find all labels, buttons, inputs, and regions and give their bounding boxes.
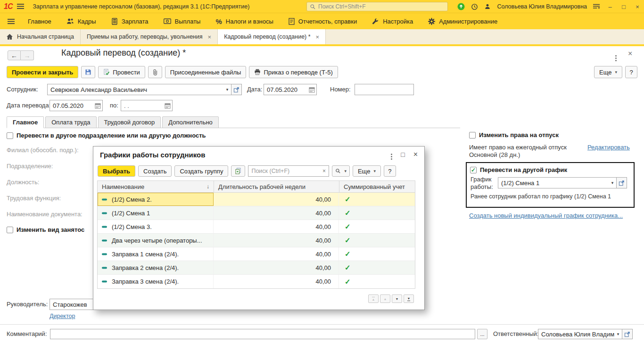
help-button[interactable]: ?	[625, 66, 637, 78]
dialog-search[interactable]: ×	[248, 165, 329, 177]
maximize-icon[interactable]: □	[620, 4, 627, 10]
chevron-down-icon[interactable]: ▾	[223, 87, 231, 92]
responsible-field[interactable]: Соловьева Юлия Владим ▾	[538, 329, 622, 339]
comment-expand-button[interactable]: ...	[477, 329, 487, 339]
create-schedule-link[interactable]: Создать новый индивидуальный график сотр…	[469, 212, 623, 219]
back-button[interactable]: ←	[8, 50, 21, 60]
print-transfer-order-button[interactable]: Приказ о переводе (Т-5)	[249, 66, 338, 78]
dialog-more-button[interactable]: Еще ▾	[353, 165, 381, 177]
tab-personnel-transfer[interactable]: Кадровый перевод (создание) * ×	[218, 29, 326, 44]
form-close-icon[interactable]: ×	[628, 49, 632, 58]
clear-search-icon[interactable]: ×	[320, 168, 328, 174]
attached-files-button[interactable]: Присоединенные файлы	[165, 66, 247, 78]
responsible-value[interactable]: Соловьева Юлия Владим	[538, 331, 614, 338]
more-button[interactable]: Еще ▾	[594, 66, 622, 78]
select-button[interactable]: Выбрать	[98, 165, 135, 177]
dialog-close-icon[interactable]: ×	[413, 151, 418, 158]
vacation-rights-checkbox[interactable]	[469, 132, 476, 139]
column-name[interactable]: Наименование ↓	[98, 181, 214, 192]
save-button[interactable]	[81, 66, 95, 78]
close-icon[interactable]: ×	[634, 4, 641, 10]
chevron-down-icon[interactable]: ▾	[614, 332, 622, 336]
sections-menu-icon[interactable]	[2, 13, 20, 29]
work-schedule-field[interactable]: (1/2) Смена 1 ▾	[498, 177, 617, 188]
list-up-button[interactable]: ▲	[380, 294, 390, 303]
form-tab-payment[interactable]: Оплата труда	[45, 116, 96, 128]
transfer-date-value[interactable]: 07.05.2020	[50, 102, 93, 109]
create-button[interactable]: Создать	[138, 165, 172, 177]
paperclip-button[interactable]	[148, 66, 162, 78]
table-row[interactable]: Заправка 2 смена (2/4). 40,00 ✓	[98, 261, 415, 275]
dialog-kebab-menu-icon[interactable]	[391, 149, 392, 160]
tab-close-icon[interactable]: ×	[316, 33, 320, 41]
change-schedule-checkbox[interactable]: ✓	[470, 167, 477, 173]
transfer-date-field[interactable]: 07.05.2020	[50, 100, 103, 111]
copy-item-button[interactable]	[231, 165, 245, 177]
calendar-icon[interactable]	[163, 100, 172, 111]
calendar-icon[interactable]	[93, 100, 102, 111]
edit-vacation-link[interactable]: Редактировать	[587, 144, 630, 151]
comment-label: Комментарий:	[7, 328, 47, 340]
employee-field[interactable]: Севрюков Александр Васильевич ▾	[47, 84, 231, 95]
table-row[interactable]: (1/2) Смена 2. 40,00 ✓	[98, 193, 415, 206]
list-top-button[interactable]: ▲	[368, 294, 379, 303]
menu-item-taxes[interactable]: % Налоги и взносы	[208, 13, 281, 29]
menu-item-personnel[interactable]: Кадры	[59, 13, 104, 29]
schedule-duration: 40,00	[214, 220, 339, 233]
menu-item-reports[interactable]: Отчетность, справки	[281, 13, 364, 29]
list-bottom-button[interactable]: ▼	[404, 294, 414, 303]
transfer-to-value[interactable]: . .	[121, 102, 163, 109]
chevron-down-icon: ▾	[344, 169, 347, 173]
dialog-help-button[interactable]: ?	[384, 165, 396, 177]
employee-value[interactable]: Севрюков Александр Васильевич	[48, 86, 223, 93]
form-tab-main[interactable]: Главное	[7, 116, 44, 128]
tab-home[interactable]: Начальная страница	[0, 29, 81, 44]
table-row[interactable]: Два через четыре (операторы... 40,00 ✓	[98, 234, 415, 247]
date-field[interactable]: 07.05.2020	[264, 84, 317, 95]
number-field[interactable]	[355, 84, 414, 95]
form-kebab-menu-icon[interactable]	[615, 51, 617, 61]
dialog-search-input[interactable]	[251, 168, 320, 174]
transfer-to-field[interactable]: . .	[121, 100, 173, 111]
column-week-duration[interactable]: Длительность рабочей недели	[214, 181, 339, 192]
manager-position-link[interactable]: Директор	[50, 313, 75, 319]
change-employment-checkbox[interactable]	[7, 227, 13, 233]
support-icon[interactable]	[457, 3, 465, 10]
panels-icon[interactable]	[593, 4, 600, 9]
form-tab-contract[interactable]: Трудовой договор	[98, 116, 161, 128]
menu-item-settings[interactable]: Настройка	[364, 13, 421, 29]
minimize-icon[interactable]: –	[606, 4, 614, 10]
dialog-maximize-icon[interactable]: □	[401, 151, 405, 158]
search-options-button[interactable]: ▾	[332, 165, 350, 177]
history-icon[interactable]	[471, 3, 478, 10]
table-row[interactable]: (1/2) Смена 1 40,00 ✓	[98, 206, 415, 220]
table-row[interactable]: (1/2) Смена 3. 40,00 ✓	[98, 220, 415, 234]
post-and-close-button[interactable]: Провести и закрыть	[7, 66, 78, 78]
work-schedule-open-button[interactable]	[617, 177, 627, 188]
date-value[interactable]: 07.05.2020	[264, 86, 307, 93]
menu-item-payments[interactable]: Выплаты	[156, 13, 208, 29]
menu-item-administration[interactable]: Администрирование	[421, 13, 505, 29]
menu-item-salary[interactable]: Зарплата	[104, 13, 156, 29]
chevron-down-icon[interactable]: ▾	[609, 180, 616, 185]
employee-open-button[interactable]	[231, 84, 242, 95]
tab-hiring-transfers[interactable]: Приемы на работу, переводы, увольнения ×	[81, 29, 218, 44]
create-group-button[interactable]: Создать группу	[174, 165, 228, 177]
comment-input[interactable]	[50, 329, 475, 339]
tab-close-icon[interactable]: ×	[208, 33, 212, 41]
column-summarized[interactable]: Суммированный учет	[339, 181, 414, 192]
list-down-button[interactable]: ▼	[392, 294, 402, 303]
table-row[interactable]: Заправка 3 смена (2/4). 40,00 ✓	[98, 275, 415, 288]
global-search[interactable]	[306, 2, 448, 11]
forward-button[interactable]: →	[21, 50, 34, 60]
post-button[interactable]: Провести	[98, 66, 145, 78]
transfer-checkbox[interactable]	[7, 132, 13, 139]
main-menu-icon[interactable]	[17, 4, 24, 9]
calendar-icon[interactable]	[307, 84, 316, 95]
work-schedule-value[interactable]: (1/2) Смена 1	[498, 180, 609, 187]
responsible-open-button[interactable]	[622, 329, 633, 339]
table-row[interactable]: Заправка 1 смена (2/4). 40,00 ✓	[98, 247, 415, 261]
global-search-input[interactable]	[318, 3, 445, 10]
menu-item-main[interactable]: Главное	[20, 13, 59, 29]
form-tab-additional[interactable]: Дополнительно	[162, 116, 219, 128]
